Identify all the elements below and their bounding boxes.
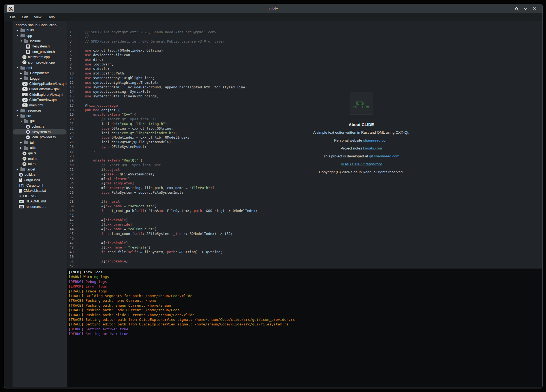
line-number: 50 xyxy=(67,255,80,259)
tree-item-tui-rs[interactable]: Rtui.rs xyxy=(13,161,67,167)
line-number: 32 xyxy=(67,172,80,177)
tree-item-label: icon_provider.cpp xyxy=(28,61,55,64)
close-button[interactable] xyxy=(531,5,538,12)
file-tree-panel[interactable]: / home/ shaun/ Code/ clide/ ▶build▼cpp▼i… xyxy=(13,21,67,387)
tree-item-label: ClideApplicationView.qml xyxy=(29,82,67,86)
tree-item-build-rs[interactable]: Rbuild.rs xyxy=(13,172,67,178)
tree-item-label: ClideEditorView.qml xyxy=(29,87,59,91)
tree-item-gui-rs[interactable]: Rgui.rs xyxy=(13,151,67,156)
folder-icon xyxy=(24,72,28,75)
code-editor[interactable]: 1234567891011121314151617181920212223242… xyxy=(67,21,542,268)
expand-arrow-icon[interactable]: ▶ xyxy=(20,77,24,80)
maximize-button[interactable] xyxy=(513,5,520,12)
tree-item-resources[interactable]: ▶resources xyxy=(13,108,67,113)
log-line-trace: [TRACE] Pushing path: clide Current: /ho… xyxy=(68,313,542,317)
collapse-arrow-icon[interactable]: ▼ xyxy=(20,40,24,42)
chevron-down-icon xyxy=(522,5,529,12)
code-line: #[qinvokable] xyxy=(80,241,542,246)
collapse-arrow-icon[interactable]: ▼ xyxy=(17,67,20,69)
log-panel[interactable]: [INFO] Info logs[WARN] Warning logs[DEBU… xyxy=(67,269,542,387)
log-line-trace: [TRACE] Building segments for path: /hom… xyxy=(68,294,542,298)
about-text-line: Copyright (C) 2026 Shaun Reed, all right… xyxy=(279,170,443,174)
link-shaunreed-com[interactable]: shaunreed.com xyxy=(363,138,389,142)
about-text-line: Personal website shaunreed.com xyxy=(279,138,443,143)
menu-item-view[interactable]: View xyxy=(31,14,44,20)
line-number: 9 xyxy=(67,67,80,71)
tree-item-main-rs[interactable]: Rmain.rs xyxy=(13,156,67,161)
code-line: #[qproperty(QString, file_path, cxx_name… xyxy=(80,186,542,190)
tree-item-cpp[interactable]: ▼cpp xyxy=(13,33,67,38)
expand-arrow-icon[interactable]: ▶ xyxy=(20,141,24,144)
tree-item-gui[interactable]: ▼gui xyxy=(13,119,67,124)
tree-item-filesystem-rs[interactable]: Rfilesystem.rs xyxy=(13,129,67,135)
md-icon: M↓ xyxy=(19,200,24,203)
tree-item-icon-provider-cpp[interactable]: Cicon_provider.cpp xyxy=(13,60,67,65)
tree-item-src[interactable]: ▼src xyxy=(13,113,67,119)
tree-item-include[interactable]: ▼include xyxy=(13,38,67,44)
tree-item-resources-qrc[interactable]: Qtresources.qrc xyxy=(13,204,67,210)
rust-icon: R xyxy=(19,173,23,177)
tree-item-filesystem-h[interactable]: Hfilesystem.h xyxy=(13,44,67,49)
tree-item-target[interactable]: ▶target xyxy=(13,167,67,172)
tree-item-label: filesystem.rs xyxy=(32,130,50,134)
line-number: 41 xyxy=(67,213,80,218)
folder-icon xyxy=(24,120,28,123)
tree-item-logger[interactable]: ▶Logger xyxy=(13,76,67,81)
folder-icon xyxy=(20,67,25,70)
line-number: 45 xyxy=(67,232,80,236)
line-number: 33 xyxy=(67,177,80,181)
expand-arrow-icon[interactable]: ▶ xyxy=(17,29,20,32)
link-kdab-cxx-qt-repository[interactable]: KDAB CXX-Qt repository xyxy=(341,162,382,166)
minimize-button[interactable] xyxy=(522,5,529,12)
tree-item-qml[interactable]: ▼qml xyxy=(13,65,67,71)
link-knoats-com[interactable]: knoats.com xyxy=(363,146,382,150)
tree-item-cargo-lock[interactable]: Cargo.lock xyxy=(13,177,67,183)
about-text-line: Project notes knoats.com xyxy=(279,146,443,151)
tree-item-clideeditorview-qml[interactable]: QtClideEditorView.qml xyxy=(13,86,67,92)
tree-item-label: include xyxy=(30,39,41,43)
tree-item-components[interactable]: ▶Components xyxy=(13,70,67,76)
expand-arrow-icon[interactable]: ▶ xyxy=(17,168,20,170)
tree-item-icon-provider-rs[interactable]: Ricon_provider.rs xyxy=(13,134,67,140)
menu-item-edit[interactable]: Edit xyxy=(19,14,31,20)
tree-item-icon-provider-h[interactable]: Hicon_provider.h xyxy=(13,49,67,55)
tree-item-main-qml[interactable]: Qtmain.qml xyxy=(13,103,67,108)
tree-item-label: build xyxy=(26,28,34,32)
collapse-arrow-icon[interactable]: ▼ xyxy=(20,120,24,122)
log-line-debug: [DEBUG] Setting active: true xyxy=(68,331,542,336)
tree-item-filesystem-cpp[interactable]: Cfilesystem.cpp xyxy=(13,55,67,60)
line-number: 16 xyxy=(67,99,80,103)
code-line: #[cxx_name = "setRootPath"] xyxy=(80,204,542,209)
folder-icon xyxy=(20,115,25,118)
tree-item-license[interactable]: ★LICENSE xyxy=(13,193,67,199)
collapse-arrow-icon[interactable]: ▼ xyxy=(17,115,20,117)
tree-item-cmakelists-txt[interactable]: CMakeLists.txt xyxy=(13,188,67,193)
ascii-art-logo: * |.===. {}o o{} --ooO--(_)--Ooo-- xyxy=(351,98,372,108)
collapse-arrow-icon[interactable]: ▼ xyxy=(17,34,20,37)
tree-item-utils[interactable]: ▶utils xyxy=(13,145,67,151)
tree-item-cargo-toml[interactable]: [T]Cargo.toml xyxy=(13,183,67,188)
tree-item-colors-rs[interactable]: Rcolors.rs xyxy=(13,124,67,129)
menu-item-file[interactable]: File xyxy=(7,14,18,20)
expand-arrow-icon[interactable]: ▶ xyxy=(17,109,20,112)
rust-icon: R xyxy=(22,151,26,155)
tree-item-label: Logger xyxy=(30,77,41,80)
menu-item-help[interactable]: Help xyxy=(45,14,58,20)
tree-item-clideapplicationview-qml[interactable]: QtClideApplicationView.qml xyxy=(13,81,67,87)
expand-arrow-icon[interactable]: ▶ xyxy=(20,147,24,149)
tree-item-clidetreeview-qml[interactable]: QtClideTreeView.qml xyxy=(13,97,67,103)
expand-arrow-icon[interactable]: ▶ xyxy=(20,72,24,74)
log-line-trace: [TRACE] Setting editor path from ClideEx… xyxy=(68,317,542,322)
line-number: 24 xyxy=(67,135,80,140)
tree-item-tui[interactable]: ▶tui xyxy=(13,140,67,145)
link-git-shaunreed-com[interactable]: git.shaunreed.com xyxy=(369,154,399,158)
tree-item-readme-md[interactable]: M↓README.md xyxy=(13,199,67,204)
tree-item-label: main.rs xyxy=(28,157,39,161)
tree-item-build[interactable]: ▶build xyxy=(13,28,67,33)
tree-item-clideexplorerview-qml[interactable]: QtClideExplorerView.qml xyxy=(13,92,67,97)
tree-item-label: target xyxy=(26,167,35,171)
tree-item-label: main.qml xyxy=(29,103,43,107)
line-number: 14 xyxy=(67,89,80,94)
title-bar[interactable]: Clide xyxy=(4,4,542,13)
star-icon: ★ xyxy=(19,194,22,198)
